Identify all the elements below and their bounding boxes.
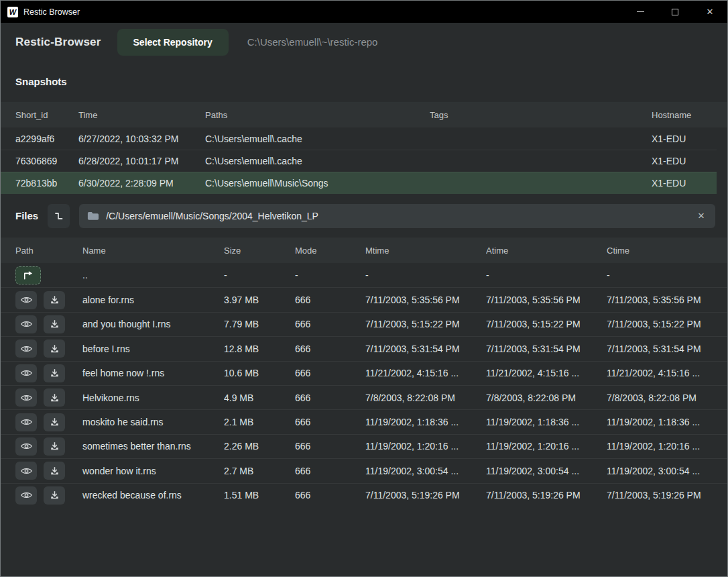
file-ctime: 7/11/2003, 5:31:54 PM — [607, 344, 727, 354]
file-row[interactable]: .. - - - - - — [1, 263, 727, 287]
files-toolbar: Files /C/Users/emuell/Music/Songs/2004_H… — [1, 194, 727, 238]
snapshot-time: 6/30/2022, 2:28:09 PM — [78, 178, 205, 189]
snapshot-paths: C:\Users\emuell\.cache — [205, 156, 430, 166]
download-file-button[interactable] — [44, 315, 65, 333]
file-row[interactable]: Helvikone.rns 4.9 MB 666 7/8/2003, 8:22:… — [1, 385, 727, 409]
download-file-button[interactable] — [44, 364, 65, 382]
file-row[interactable]: sometimes better than.rns 2.26 MB 666 11… — [1, 434, 727, 458]
preview-file-button[interactable] — [15, 388, 37, 407]
file-atime: - — [486, 270, 607, 280]
close-icon: ✕ — [707, 7, 714, 16]
eye-icon — [21, 490, 32, 500]
snapshot-hostname: X1-EDU — [652, 156, 717, 166]
window-controls: ✕ — [623, 1, 727, 23]
titlebar-drag-area: W Restic Browser — [1, 7, 623, 17]
file-mtime: 11/21/2002, 4:15:16 ... — [365, 368, 486, 378]
file-size: 4.9 MB — [224, 392, 295, 403]
minimize-icon — [637, 11, 644, 12]
snapshot-row[interactable]: a2299af6 6/27/2022, 10:03:32 PM C:\Users… — [1, 127, 717, 150]
download-icon — [50, 295, 60, 305]
app-window: W Restic Browser ✕ Restic-Browser Select… — [0, 0, 728, 577]
snapshot-row[interactable]: 76306869 6/28/2022, 10:01:17 PM C:\Users… — [1, 150, 717, 172]
select-repository-button[interactable]: Select Repository — [117, 29, 229, 56]
column-size: Size — [224, 246, 295, 256]
snapshots-title: Snapshots — [15, 76, 67, 87]
file-mode: - — [295, 270, 365, 280]
snapshot-row[interactable]: 72b813bb 6/30/2022, 2:28:09 PM C:\Users\… — [1, 172, 717, 194]
column-short-id: Short_id — [15, 110, 78, 120]
file-mtime: 7/11/2003, 5:31:54 PM — [365, 344, 486, 354]
eye-icon — [21, 466, 32, 476]
file-atime: 11/21/2002, 4:15:16 ... — [486, 368, 607, 378]
download-file-button[interactable] — [44, 486, 65, 505]
column-time: Time — [78, 110, 205, 120]
preview-file-button[interactable] — [15, 291, 37, 309]
column-ctime: Ctime — [607, 246, 727, 256]
file-mtime: 11/19/2002, 1:20:16 ... — [365, 441, 486, 452]
parent-directory-button[interactable] — [15, 266, 41, 284]
file-mode: 666 — [295, 295, 365, 305]
file-mode: 666 — [295, 417, 365, 427]
file-mtime: 7/11/2003, 5:35:56 PM — [365, 295, 486, 305]
wails-logo-icon: W — [7, 7, 18, 17]
eye-icon — [21, 295, 32, 305]
download-icon — [50, 393, 60, 403]
snapshot-time: 6/27/2022, 10:03:32 PM — [78, 134, 205, 144]
preview-file-button[interactable] — [15, 413, 37, 431]
file-mode: 666 — [295, 344, 365, 354]
file-tree-toggle-button[interactable] — [48, 204, 70, 228]
download-file-button[interactable] — [44, 462, 65, 480]
file-row[interactable]: alone for.rns 3.97 MB 666 7/11/2003, 5:3… — [1, 287, 727, 311]
file-row[interactable]: moskito he said.rns 2.1 MB 666 11/19/200… — [1, 409, 727, 433]
preview-file-button[interactable] — [15, 315, 37, 333]
eye-icon — [21, 368, 32, 378]
file-atime: 11/19/2002, 3:00:54 ... — [486, 466, 607, 476]
file-size: 12.8 MB — [224, 344, 295, 354]
file-mode: 666 — [295, 319, 365, 329]
download-file-button[interactable] — [44, 413, 65, 431]
download-file-button[interactable] — [44, 388, 65, 407]
file-row[interactable]: wonder how it.rns 2.7 MB 666 11/19/2002,… — [1, 458, 727, 482]
files-title: Files — [15, 210, 38, 221]
file-ctime: 11/19/2002, 1:20:16 ... — [607, 441, 727, 452]
preview-file-button[interactable] — [15, 339, 37, 358]
eye-icon — [21, 393, 32, 403]
clear-path-button[interactable]: × — [695, 209, 707, 223]
minimize-button[interactable] — [623, 1, 658, 23]
file-size: 2.7 MB — [224, 466, 295, 476]
repository-path: C:\Users\emuell\~\restic-repo — [247, 36, 378, 48]
file-row[interactable]: before I.rns 12.8 MB 666 7/11/2003, 5:31… — [1, 336, 727, 360]
file-row[interactable]: feel home now !.rns 10.6 MB 666 11/21/20… — [1, 361, 727, 385]
file-size: 7.79 MB — [224, 319, 295, 329]
file-name: and you thought I.rns — [82, 319, 224, 329]
file-ctime: - — [607, 270, 727, 280]
file-size: 2.26 MB — [224, 441, 295, 452]
column-tags: Tags — [430, 110, 652, 120]
snapshot-short-id: 76306869 — [15, 156, 78, 166]
download-file-button[interactable] — [44, 291, 65, 309]
column-paths: Paths — [205, 110, 430, 120]
column-mode: Mode — [295, 246, 365, 256]
file-ctime: 11/19/2002, 3:00:54 ... — [607, 466, 727, 476]
tree-steps-icon — [54, 211, 64, 221]
snapshots-table-header: Short_id Time Paths Tags Hostname — [1, 102, 727, 127]
snapshot-time: 6/28/2022, 10:01:17 PM — [78, 156, 205, 166]
download-icon — [50, 344, 60, 354]
file-name: moskito he said.rns — [82, 417, 224, 427]
close-button[interactable]: ✕ — [692, 1, 727, 23]
path-breadcrumb-input[interactable]: /C/Users/emuell/Music/Songs/2004_Helveti… — [79, 204, 715, 228]
snapshot-paths: C:\Users\emuell\Music\Songs — [205, 178, 430, 189]
download-file-button[interactable] — [44, 437, 65, 456]
maximize-icon — [672, 9, 678, 15]
column-atime: Atime — [486, 246, 607, 256]
file-row[interactable]: and you thought I.rns 7.79 MB 666 7/11/2… — [1, 312, 727, 336]
app-name: Restic-Browser — [15, 36, 101, 49]
file-mtime: 7/11/2003, 5:15:22 PM — [365, 319, 486, 329]
preview-file-button[interactable] — [15, 364, 37, 382]
maximize-button[interactable] — [658, 1, 692, 23]
preview-file-button[interactable] — [15, 437, 37, 456]
preview-file-button[interactable] — [15, 462, 37, 480]
preview-file-button[interactable] — [15, 486, 37, 505]
download-file-button[interactable] — [44, 339, 65, 358]
file-row[interactable]: wrecked because of.rns 1.51 MB 666 7/11/… — [1, 483, 727, 507]
